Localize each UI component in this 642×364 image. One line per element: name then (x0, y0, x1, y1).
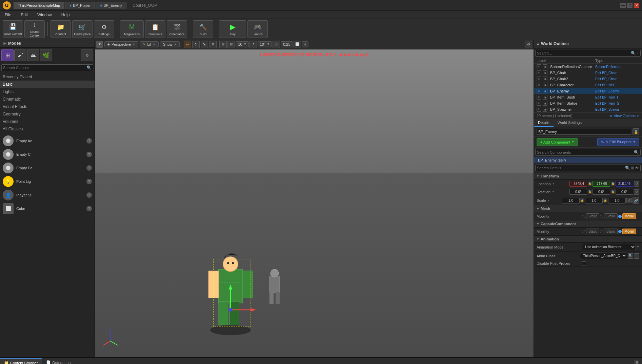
details-view-btn[interactable]: ⊞ (631, 166, 634, 170)
component-search-input[interactable] (537, 150, 634, 154)
table-row[interactable]: 👁 ◉ BP_Item_Statue Edit BP_Item_S (534, 100, 642, 106)
visibility-icon-sphere[interactable]: 👁 (537, 64, 541, 69)
cap-stationary-radio-btn[interactable] (600, 230, 603, 233)
rotation-dropdown[interactable]: ▼ (552, 190, 555, 193)
list-item[interactable]: ⚪ Empty Ac ? (0, 134, 95, 148)
item-info-1[interactable]: ? (86, 152, 92, 157)
blueprints-button[interactable]: 📋 Blueprints (145, 20, 165, 38)
table-row[interactable]: 👁 ◉ SphereReflectionCapture SphereReflec… (534, 64, 642, 70)
category-geometry[interactable]: Geometry (0, 110, 95, 118)
location-z-input[interactable] (616, 181, 633, 187)
landscape-mode-btn[interactable]: ⛰ (27, 49, 39, 61)
scale-label[interactable]: Scale ▼ (537, 198, 561, 202)
item-info-4[interactable]: ? (86, 192, 92, 198)
item-info-0[interactable]: ? (86, 138, 92, 144)
add-component-button[interactable]: + Add Component ▼ (537, 138, 578, 146)
outliner-search-input[interactable] (537, 51, 631, 55)
multi-tool-btn[interactable]: ⊕ (209, 41, 217, 48)
anim-class-navigate-btn[interactable]: → (634, 253, 639, 259)
actor-lock-btn[interactable]: 🔒 (633, 128, 639, 135)
marketplace-button[interactable]: 🛒 Marketplace (72, 20, 93, 38)
rotation-label[interactable]: Rotation ▼ (537, 190, 568, 194)
lock-icon-statue[interactable]: ◉ (543, 101, 547, 106)
location-y-input[interactable] (593, 181, 610, 187)
camera-speed-icon[interactable]: 🎥 (273, 41, 280, 48)
list-item[interactable]: ⚪ Empty Pa ? (0, 161, 95, 175)
source-control-button[interactable]: ↕ Source Control (24, 20, 45, 38)
disable-post-process-checkbox[interactable] (582, 261, 586, 265)
cap-static-btn[interactable]: Static (586, 229, 599, 234)
tab-details[interactable]: Details (534, 119, 554, 127)
location-dropdown[interactable]: ▼ (552, 182, 555, 185)
table-row[interactable]: 👁 ◉ BP_Character Edit BP_NPC (534, 82, 642, 88)
category-volumes[interactable]: Volumes (0, 118, 95, 125)
list-item[interactable]: ⬜ Cube ? (0, 202, 95, 215)
table-row[interactable]: 👁 ◉ BP_Chair Edit BP_Chair (534, 70, 642, 76)
lock-icon-chair[interactable]: ◉ (543, 70, 547, 75)
visibility-icon-chair2[interactable]: 👁 (537, 77, 541, 81)
rotation-reset-btn[interactable]: ↺ (634, 189, 639, 195)
item-info-2[interactable]: ? (86, 165, 92, 171)
rotation-y-input[interactable] (593, 189, 610, 195)
visibility-icon-enemy[interactable]: 👁 (537, 89, 541, 93)
mode-expand-btn[interactable]: » (81, 49, 93, 61)
lit-btn[interactable]: ☀ Lit ▼ (140, 41, 159, 47)
scale-z-input[interactable] (608, 198, 626, 204)
viewport-dropdown-btn[interactable]: ▼ (96, 41, 103, 48)
menu-help[interactable]: Help (59, 12, 72, 18)
lock-icon-enemy[interactable]: ◉ (543, 89, 547, 93)
angle-size-btn[interactable]: 10° ▼ (258, 41, 272, 47)
menu-window[interactable]: Window (35, 12, 54, 18)
table-row[interactable]: 👁 ◉ BP_Chair2 Edit BP_Chair (534, 76, 642, 82)
tab-world-settings[interactable]: World Settings (554, 119, 586, 127)
scale-reset-btn[interactable]: ↺ (626, 198, 632, 203)
category-recently-placed[interactable]: Recently Placed (0, 73, 95, 81)
tab-map[interactable]: ThirdPersonExampleMap (14, 2, 64, 9)
camera-speed-btn[interactable]: 0,25 (281, 41, 293, 47)
lock-icon-bush[interactable]: ◉ (543, 95, 547, 100)
scale-y-input[interactable] (585, 198, 603, 204)
rotation-x-input[interactable] (569, 189, 587, 195)
maximize-viewport-btn[interactable]: ⬜ (294, 41, 301, 48)
list-item[interactable]: ⚪ Empty Cl ? (0, 148, 95, 161)
location-y-lock[interactable]: 🔒 (611, 182, 615, 186)
mesh-static-btn[interactable]: Static (586, 213, 599, 219)
cinematics-button[interactable]: 🎬 Cinematics (167, 20, 187, 38)
scale-x-lock[interactable]: 🔒 (580, 198, 584, 202)
anim-class-select[interactable]: ThirdPerson_AnimBP_C (580, 253, 627, 259)
table-row[interactable]: 👁 ◉ BP_Spawner Edit BP_Spawn (534, 106, 642, 112)
grid-size-btn[interactable]: 10 ▼ (236, 41, 248, 47)
tab-content-browser[interactable]: 📁 Content Browser (0, 358, 42, 364)
cap-static-radio-btn[interactable] (582, 230, 585, 233)
category-lights[interactable]: Lights (0, 88, 95, 95)
location-x-input[interactable] (569, 181, 587, 187)
list-item[interactable]: 👤 Player St ? (0, 188, 95, 202)
category-cinematic[interactable]: Cinematic (0, 95, 95, 103)
list-item[interactable]: 💡 Point Lig ? (0, 175, 95, 188)
settings-button[interactable]: ⚙ Settings (94, 20, 114, 38)
save-current-button[interactable]: 💾 Save Current (3, 20, 23, 38)
visibility-icon-bush[interactable]: 👁 (537, 95, 541, 100)
tab-output-log[interactable]: 📄 Output Log (42, 358, 75, 364)
search-classes-bar[interactable]: 🔍 (1, 64, 93, 71)
placement-mode-btn[interactable]: ⊞ (1, 49, 14, 61)
animation-section-header[interactable]: ▼ Animation (534, 236, 642, 243)
category-visual-effects[interactable]: Visual Effects (0, 103, 95, 110)
table-row[interactable]: 👁 ◉ BP_Item_Bush Edit BP_Item_I (534, 94, 642, 100)
location-label[interactable]: Location ▼ (537, 182, 568, 186)
cap-movable-btn[interactable]: Moval (622, 229, 636, 234)
build-button[interactable]: 🔨 Build (193, 20, 213, 38)
visibility-icon-chair[interactable]: 👁 (537, 70, 541, 75)
component-self-item[interactable]: BP_Enemy (self) (534, 157, 642, 163)
show-btn[interactable]: Show ▼ (160, 41, 180, 47)
tab-player[interactable]: ● BP_Player (65, 2, 95, 9)
mesh-movable-btn[interactable]: Moval (622, 213, 636, 219)
megascans-button[interactable]: M Megascans (120, 20, 144, 38)
bottom-panel-settings-btn[interactable]: ⚙ (634, 360, 639, 364)
rotation-z-input[interactable] (616, 189, 633, 195)
location-x-lock[interactable]: 🔒 (588, 182, 592, 186)
lock-icon-spawner[interactable]: ◉ (543, 107, 547, 112)
launch-button[interactable]: 🎮 Launch (247, 20, 268, 38)
maximize-button[interactable]: □ (627, 3, 633, 8)
close-button[interactable]: ✕ (634, 3, 639, 8)
